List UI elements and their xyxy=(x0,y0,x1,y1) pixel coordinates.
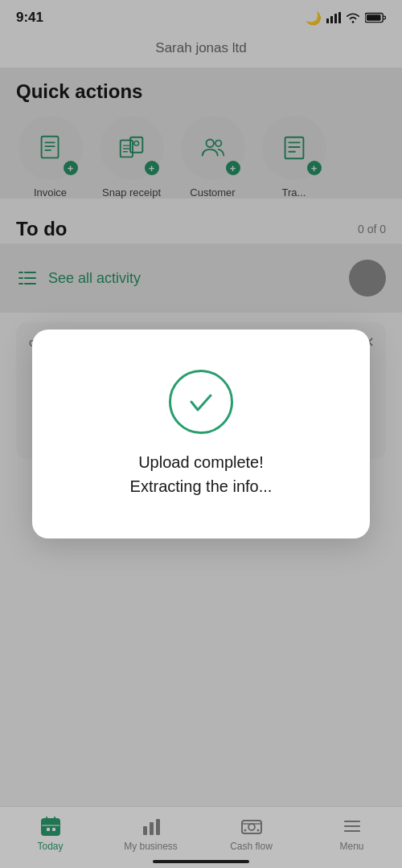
home-indicator xyxy=(153,860,249,863)
modal-line1: Upload complete! xyxy=(138,453,264,471)
modal-line2: Extracting the info... xyxy=(130,477,273,495)
checkmark-icon xyxy=(183,384,219,420)
modal-overlay: Upload complete! Extracting the info... xyxy=(0,0,402,868)
modal-message: Upload complete! Extracting the info... xyxy=(130,450,273,498)
upload-complete-modal: Upload complete! Extracting the info... xyxy=(32,330,370,538)
success-circle xyxy=(169,370,233,434)
